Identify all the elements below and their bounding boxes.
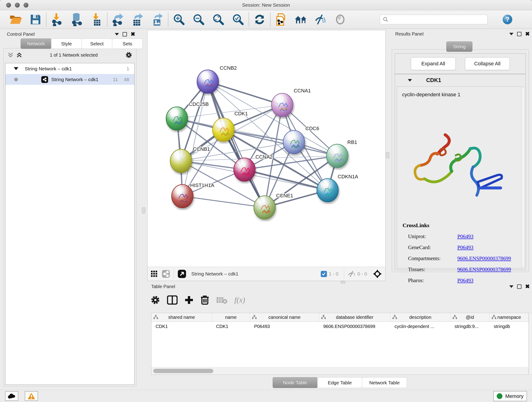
tab-select[interactable]: Select [82, 38, 112, 49]
tab-node-table[interactable]: Node Table [273, 377, 317, 388]
column-header-description[interactable]: description [390, 313, 450, 322]
table-settings-gear-icon[interactable] [151, 295, 160, 305]
open-session-button[interactable] [6, 11, 26, 28]
panel-float-icon[interactable] [517, 32, 521, 36]
scrollbar-thumb[interactable] [153, 369, 213, 373]
table-cell[interactable]: 9606.ENSP00000378699 [319, 322, 390, 331]
crosslink-label: Tissues: [408, 267, 457, 273]
table-cell[interactable]: CDK1 [212, 322, 250, 331]
panel-menu-icon[interactable] [509, 33, 513, 35]
tab-network[interactable]: Network [21, 38, 51, 49]
crosslink-link[interactable]: P06493 [457, 234, 473, 240]
network-tree-row[interactable]: String Network – cdk11 [6, 63, 134, 74]
network-node-HIST1H1A[interactable]: HIST1H1A [172, 182, 214, 208]
import-network-from-database-button[interactable] [67, 11, 87, 28]
crosslink-link[interactable]: P06493 [457, 245, 473, 250]
network-share-icon[interactable] [162, 270, 170, 278]
zoom-out-button[interactable] [189, 11, 209, 28]
results-scrollbar[interactable] [522, 87, 525, 268]
zoom-selected-button[interactable] [228, 11, 248, 28]
warnings-button[interactable] [25, 391, 38, 401]
collapse-all-icon[interactable] [7, 52, 13, 58]
table-cell[interactable]: stringdb:9... [450, 322, 490, 331]
cloud-status-button[interactable] [5, 391, 18, 401]
show-hidden-button[interactable] [330, 11, 350, 28]
toolbar-search-field[interactable] [380, 15, 488, 24]
panel-close-icon[interactable]: ✖ [131, 32, 135, 37]
import-table-from-file-button[interactable] [87, 11, 106, 28]
table-vertical-scrollbar[interactable] [529, 313, 532, 375]
export-network-button[interactable] [108, 11, 128, 28]
crosslink-link[interactable]: 9606.ENSP00000378699 [457, 255, 511, 262]
network-tree-row[interactable]: String Network – cdk11148 [6, 74, 134, 85]
save-session-button[interactable] [26, 11, 45, 28]
table-row[interactable]: CDK1CDK1P064939606.ENSP00000378699cyclin… [152, 322, 529, 331]
panel-float-icon[interactable] [517, 284, 521, 289]
table-cell[interactable]: CDK1 [152, 322, 212, 331]
search-input[interactable] [391, 17, 485, 22]
collapse-all-button[interactable]: Collapse All [465, 57, 510, 70]
column-header-canonical-name[interactable]: canonical name [250, 313, 319, 322]
expand-all-icon[interactable] [16, 52, 22, 58]
tab-edge-table[interactable]: Edge Table [317, 377, 362, 388]
table-cell[interactable]: stringdb [490, 322, 529, 331]
network-view-title: String Network – cdk1 [191, 271, 238, 277]
delete-column-trash-icon[interactable] [201, 295, 209, 305]
birdseye-grid-icon[interactable] [151, 270, 158, 277]
section-collapse-icon[interactable] [408, 79, 412, 82]
panel-close-icon[interactable]: ✖ [525, 31, 530, 37]
panel-menu-icon[interactable] [115, 33, 119, 36]
export-view-icon[interactable] [177, 269, 186, 278]
tab-string[interactable]: String [446, 41, 472, 52]
network-edge-CCNB2-CCNA1[interactable] [208, 82, 282, 105]
table-horizontal-scrollbar[interactable] [152, 367, 529, 375]
import-network-from-file-button[interactable] [47, 11, 67, 28]
network-edge-CCNE1-HIST1H1A[interactable] [182, 196, 265, 207]
network-edge-CCNB2-CCNE1[interactable] [208, 82, 265, 207]
column-header-namespace[interactable]: namespace [490, 313, 529, 322]
crosslink-link[interactable]: 9606.ENSP00000378699 [457, 267, 511, 273]
horizontal-splitter-handle[interactable] [341, 281, 346, 283]
vertical-splitter-handle[interactable] [142, 207, 145, 213]
table-cell[interactable]: cyclin-dependent ... [390, 322, 450, 331]
column-header-database-identifier[interactable]: database identifier [319, 313, 390, 322]
panel-menu-icon[interactable] [509, 285, 513, 288]
network-node-CCNE1[interactable]: CCNE1 [254, 193, 293, 219]
memory-button[interactable]: Memory [493, 391, 527, 401]
show-all-networks-button[interactable] [291, 11, 311, 28]
network-edge-CDC25B-CDC6[interactable] [177, 119, 294, 142]
protein-section-header[interactable]: CDK1 [395, 74, 526, 86]
tab-network-table[interactable]: Network Table [362, 377, 407, 388]
network-node-CCNB1[interactable]: CCNB1 [170, 146, 210, 172]
table-cell[interactable]: P06493 [250, 322, 319, 331]
fit-crosshair-icon[interactable] [373, 269, 382, 279]
clone-network-button[interactable] [271, 11, 291, 28]
panel-float-icon[interactable] [123, 32, 127, 36]
panel-close-icon[interactable]: ✖ [525, 284, 530, 289]
apply-layout-button[interactable] [250, 11, 269, 28]
node-table[interactable]: shared namenamecanonical namedatabase id… [151, 313, 529, 375]
zoom-fit-button[interactable] [209, 11, 228, 28]
network-node-CCNA1[interactable]: CCNA1 [272, 88, 311, 117]
add-column-icon[interactable] [184, 295, 194, 305]
column-header--id[interactable]: @id [450, 313, 490, 322]
vertical-splitter-handle[interactable] [386, 152, 389, 158]
export-image-button[interactable] [147, 11, 167, 28]
tab-sets[interactable]: Sets [112, 38, 143, 49]
network-node-CDC6[interactable]: CDC6 [283, 126, 319, 154]
export-table-button[interactable] [128, 11, 147, 28]
network-canvas[interactable]: CCNB2CCNA1CDC25BCDK1CDC6RB1CCNB1CCNA2CDK… [147, 30, 385, 267]
network-node-CDKN1A[interactable]: CDKN1A [317, 174, 358, 202]
help-button[interactable]: ? [498, 11, 517, 28]
hide-selected-button[interactable] [311, 11, 330, 28]
network-node-RB1[interactable]: RB1 [326, 139, 357, 167]
gear-icon[interactable] [125, 51, 132, 58]
expand-all-button[interactable]: Expand All [411, 57, 456, 70]
show-columns-icon[interactable] [167, 295, 177, 305]
tree-collapse-icon[interactable] [14, 67, 18, 70]
column-header-shared-name[interactable]: shared name [152, 313, 212, 322]
tab-style[interactable]: Style [51, 38, 82, 49]
selected-checkbox[interactable] [321, 271, 327, 277]
zoom-in-button[interactable] [169, 11, 189, 28]
column-header-name[interactable]: name [212, 313, 250, 322]
